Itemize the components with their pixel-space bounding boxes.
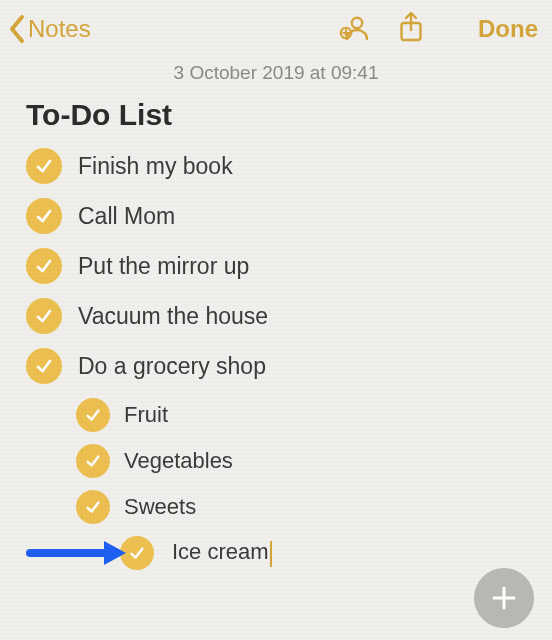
text-cursor (270, 541, 272, 567)
checklist-item-text[interactable]: Ice cream (172, 539, 269, 564)
checklist-item[interactable]: Call Mom (26, 198, 552, 234)
checklist-subitem[interactable]: Sweets (76, 490, 552, 524)
checkbox-checked[interactable] (26, 198, 62, 234)
checkmark-icon (34, 156, 54, 176)
checkbox-checked[interactable] (26, 348, 62, 384)
checklist-item-text[interactable]: Call Mom (78, 203, 175, 230)
checklist-subitem[interactable]: Vegetables (76, 444, 552, 478)
checklist-item-text[interactable]: Fruit (124, 402, 168, 428)
checklist-item-text[interactable]: Do a grocery shop (78, 353, 266, 380)
checkbox-checked[interactable] (76, 398, 110, 432)
checklist-item-text[interactable]: Vegetables (124, 448, 233, 474)
checkmark-icon (34, 356, 54, 376)
plus-icon (489, 583, 519, 613)
add-people-button[interactable] (338, 12, 370, 46)
checklist-subitem[interactable]: Fruit (76, 398, 552, 432)
checklist-item[interactable]: Vacuum the house (26, 298, 552, 334)
checkbox-checked[interactable] (120, 536, 154, 570)
checkbox-checked[interactable] (76, 490, 110, 524)
svg-point-0 (352, 18, 362, 28)
annotation-arrow-icon (26, 537, 126, 569)
checklist-item[interactable]: Finish my book (26, 148, 552, 184)
checklist-item[interactable]: Do a grocery shop (26, 348, 552, 384)
checkbox-checked[interactable] (26, 248, 62, 284)
checklist-editing-item[interactable]: Ice cream (0, 536, 552, 570)
checkmark-icon (84, 452, 102, 470)
chevron-left-icon (8, 14, 26, 44)
nav-actions: Done (338, 11, 538, 47)
note-title[interactable]: To-Do List (26, 98, 552, 132)
navbar: Notes Done (0, 0, 552, 58)
checkmark-icon (34, 206, 54, 226)
checkmark-icon (34, 306, 54, 326)
checklist-sublist: Fruit Vegetables Sweets (0, 398, 552, 524)
checkbox-checked[interactable] (26, 298, 62, 334)
checklist-item-text[interactable]: Vacuum the house (78, 303, 268, 330)
checklist-item[interactable]: Put the mirror up (26, 248, 552, 284)
new-note-button[interactable] (474, 568, 534, 628)
share-button[interactable] (398, 11, 424, 47)
checkmark-icon (84, 406, 102, 424)
checkmark-icon (34, 256, 54, 276)
checklist: Finish my book Call Mom Put the mirror u… (0, 148, 552, 384)
checklist-item-text[interactable]: Put the mirror up (78, 253, 249, 280)
checklist-item-text[interactable]: Sweets (124, 494, 196, 520)
note-timestamp: 3 October 2019 at 09:41 (0, 62, 552, 84)
checklist-item-text[interactable]: Finish my book (78, 153, 233, 180)
back-button[interactable]: Notes (8, 14, 91, 44)
checkmark-icon (84, 498, 102, 516)
checkbox-checked[interactable] (76, 444, 110, 478)
add-people-icon (338, 12, 370, 42)
done-button[interactable]: Done (478, 15, 538, 43)
back-label: Notes (28, 15, 91, 43)
checkbox-checked[interactable] (26, 148, 62, 184)
checkmark-icon (128, 544, 146, 562)
share-icon (398, 11, 424, 43)
